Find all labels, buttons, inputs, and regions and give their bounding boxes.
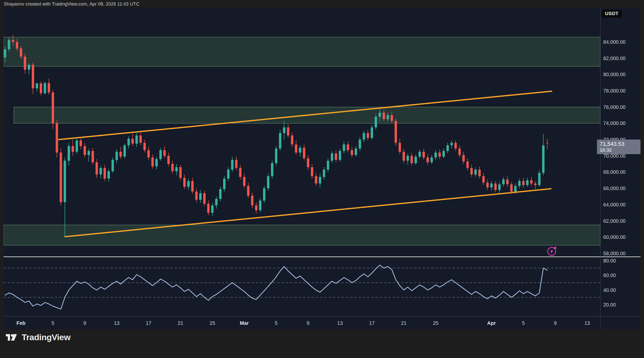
time-tick-label-month[interactable]: Feb [17,320,26,326]
candle [395,118,397,146]
time-tick-label[interactable]: 13 [114,320,119,326]
last-price-badge: 71,543.53 16:32 [597,140,640,154]
price-tick-label: 78,000.00 [603,88,626,94]
time-tick-label[interactable]: 25 [210,320,215,326]
price-tick-label: 80,000.00 [603,72,626,77]
supply-demand-zone-3[interactable] [4,225,600,245]
time-tick-label-month[interactable]: Mar [240,320,249,326]
footer: TradingView [6,332,70,342]
candle [538,170,541,187]
page: Shayannv created with TradingView.com, A… [0,0,644,358]
candle [56,120,58,157]
price-tick-label: 60,000.00 [603,234,626,240]
time-tick-label-month[interactable]: Apr [487,320,496,326]
candle [44,82,46,95]
attribution-text: Shayannv created with TradingView.com, A… [4,2,139,7]
price-tick-label: 64,000.00 [603,202,626,207]
time-tick-label[interactable]: 13 [584,320,590,326]
candle [271,161,273,178]
time-tick-label[interactable]: 5 [522,320,525,326]
time-tick-label[interactable]: 9 [83,320,86,326]
last-price-value: 71,543.53 [600,141,640,147]
time-tick-label[interactable]: 5 [275,320,277,326]
currency-toggle-badge[interactable]: USDT [602,10,622,18]
rsi-tick-label: 20.00 [603,302,616,307]
candle [263,186,266,203]
time-tick-label[interactable]: 21 [401,320,407,326]
tradingview-logo-icon[interactable] [6,333,18,342]
bar-close-countdown: 16:32 [600,147,640,153]
candle [76,138,78,154]
chart-widget: 84,000.0082,000.0080,000.0078,000.0076,0… [4,8,640,329]
price-tick-label: 62,000.00 [603,218,626,224]
price-tick-label: 66,000.00 [603,186,626,191]
time-tick-label[interactable]: 9 [554,320,557,326]
price-tick-label: 82,000.00 [603,56,626,61]
price-tick-label: 68,000.00 [603,169,626,175]
candle [60,149,62,205]
candle [275,146,277,166]
rsi-tick-label: 40.00 [603,287,616,293]
time-tick-label[interactable]: 17 [146,320,151,326]
rsi-tick-label: 60.00 [603,273,616,278]
time-tick-label[interactable]: 25 [433,320,438,326]
supply-demand-zone-1[interactable] [4,37,600,66]
price-tick-label: 76,000.00 [603,104,626,110]
time-tick-label[interactable]: 5 [52,320,54,326]
price-tick-label: 58,000.00 [603,251,626,256]
time-tick-label[interactable]: 17 [369,320,375,326]
candle [52,90,54,129]
chart-canvas[interactable]: 84,000.0082,000.0080,000.0078,000.0076,0… [4,8,640,329]
candle [124,144,126,158]
candle [267,174,269,191]
brand-wordmark[interactable]: TradingView [22,332,70,342]
time-tick-label[interactable]: 9 [307,320,309,326]
rsi-tick-label: 80.00 [603,258,616,263]
price-tick-label: 84,000.00 [603,39,626,45]
price-tick-label: 74,000.00 [603,120,626,126]
time-tick-label[interactable]: 21 [178,320,183,326]
time-tick-label[interactable]: 13 [337,320,343,326]
